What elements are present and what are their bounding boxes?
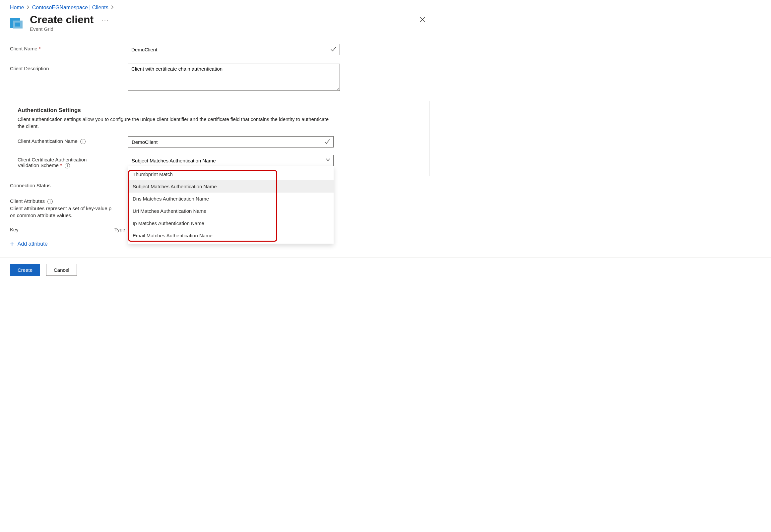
auth-settings-desc: Client authentication settings allow you… [18,116,336,130]
dropdown-option-ip[interactable]: Ip Matches Authentication Name [128,217,333,229]
authentication-settings-panel: Authentication Settings Client authentic… [10,101,430,176]
client-name-input[interactable] [128,44,340,55]
cancel-button[interactable]: Cancel [46,264,77,276]
auth-name-label: Client Authentication Name i [18,136,128,144]
svg-rect-2 [15,23,20,27]
validation-scheme-label: Client Certificate Authentication Valida… [18,155,128,168]
auth-name-input[interactable] [128,136,333,148]
validation-scheme-dropdown: Thumbprint Match Subject Matches Authent… [128,166,333,244]
plus-icon: + [10,240,14,248]
breadcrumb-namespace[interactable]: ContosoEGNamespace | Clients [32,5,108,11]
footer-bar: Create Cancel [0,258,771,282]
dropdown-option-dns[interactable]: Dns Matches Authentication Name [128,193,333,205]
client-description-label: Client Description [10,64,128,71]
breadcrumb: Home ContosoEGNamespace | Clients [10,3,430,14]
dropdown-option-subject[interactable]: Subject Matches Authentication Name [128,180,333,193]
resource-icon [10,16,24,30]
page-title: Create client [30,14,93,26]
column-header-key: Key [10,227,114,232]
auth-settings-title: Authentication Settings [18,107,422,114]
info-icon[interactable]: i [65,163,70,168]
close-icon[interactable] [417,14,428,27]
client-name-label: Client Name * [10,44,128,51]
chevron-right-icon [111,5,114,10]
chevron-right-icon [27,5,30,10]
dropdown-option-thumbprint[interactable]: Thumbprint Match [128,168,333,180]
chevron-down-icon [326,157,330,163]
check-icon [324,138,330,146]
check-icon [330,46,336,54]
more-menu[interactable]: ··· [99,14,109,24]
client-description-input[interactable]: Client with certificate chain authentica… [128,64,340,91]
dropdown-option-email[interactable]: Email Matches Authentication Name [128,229,333,242]
breadcrumb-home[interactable]: Home [10,5,24,11]
validation-scheme-select[interactable] [128,155,333,166]
page-subtitle: Event Grid [30,26,93,32]
info-icon[interactable]: i [80,139,86,144]
info-icon[interactable]: i [47,199,53,204]
create-button[interactable]: Create [10,264,40,276]
dropdown-option-uri[interactable]: Uri Matches Authentication Name [128,205,333,217]
